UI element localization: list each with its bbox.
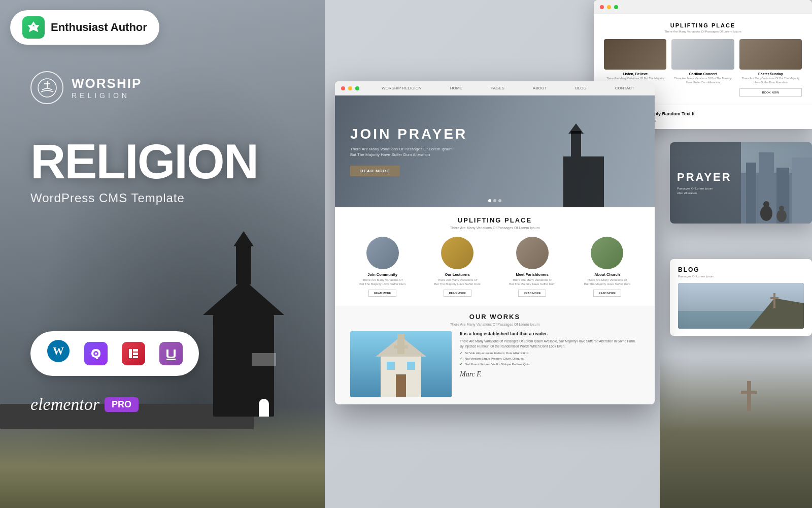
svg-point-28 (760, 206, 772, 221)
browser-maximize-dot (355, 86, 359, 90)
logo-text: WORSHIP RELIGION (72, 76, 142, 100)
svg-rect-27 (792, 157, 812, 224)
browser-toolbar: WORSHIP RELIGION HOME PAGES ABOUT BLOG C… (335, 81, 655, 96)
tr-card-text-3: There Are Many Variations Of But The Maj… (739, 77, 802, 84)
community-text-3: There Are Many Variations OfBut The Majo… (499, 278, 566, 287)
community-btn-3[interactable]: READ MORE (518, 290, 546, 297)
community-section-desc: There Are Many Variations Of Passages Of… (349, 226, 640, 230)
tr-max-dot (614, 5, 618, 9)
nav-blog[interactable]: BLOG (576, 86, 587, 90)
tr-card-name-2: Carillon Concert (671, 72, 734, 76)
nav-about[interactable]: ABOUT (533, 86, 547, 90)
nav-pages[interactable]: PAGES (491, 86, 504, 90)
church-steeple (236, 244, 251, 284)
nav-contact[interactable]: CONTACT (615, 86, 634, 90)
svg-rect-10 (133, 349, 138, 352)
community-name-3: Meet Parishioners (499, 272, 566, 277)
blog-section: BLOG Passages Of Lorem Ipsum. (670, 259, 812, 336)
svg-rect-14 (166, 359, 176, 360)
hero-title: JOIN PRAYER (350, 126, 467, 142)
right-panel: WORSHIP RELIGION HOME PAGES ABOUT BLOG C… (325, 0, 812, 508)
church-roof (203, 279, 284, 315)
hero-dot-3[interactable] (498, 199, 501, 202)
left-panel: Enthusiast Author WORSHIP RELIGION RELIG… (0, 0, 325, 508)
community-btn-4[interactable]: READ MORE (593, 290, 621, 297)
community-circle-2 (441, 237, 473, 269)
svg-point-29 (763, 201, 769, 207)
prayer-city-silhouette (741, 142, 812, 224)
pro-label: PRO (105, 397, 139, 412)
community-name-4: About Church (574, 272, 641, 277)
works-check-1: ✓ Sit Volu Atque Lucius Rutrum; Duis Ali… (460, 351, 639, 355)
svg-rect-21 (387, 362, 395, 370)
works-row: It is a long established fact that a rea… (350, 331, 639, 397)
worship-logo: WORSHIP RELIGION (30, 71, 142, 104)
checkmark-2: ✓ (460, 357, 463, 361)
community-btn-2[interactable]: READ MORE (444, 290, 471, 297)
svg-point-31 (779, 206, 784, 211)
community-items-row: Join Community There Are Many Variations… (349, 237, 640, 297)
svg-rect-22 (407, 362, 415, 370)
works-signature: Marc F. (460, 370, 639, 378)
community-btn-1[interactable]: READ MORE (368, 290, 396, 297)
hero-read-more-button[interactable]: READ MORE (350, 166, 400, 176)
main-title: RELIGION (30, 137, 258, 186)
book-now-button[interactable]: BOOK NOW (739, 88, 802, 97)
tr-uplifting-title: UPLIFTING PLACE (604, 22, 802, 28)
church-window (252, 353, 276, 366)
hero-section: JOIN PRAYER There Are Many Variations Of… (335, 96, 655, 207)
hero-text-block: JOIN PRAYER There Are Many Variations Of… (350, 126, 467, 176)
tech-icons-pill: W (30, 331, 199, 376)
church-silhouette (193, 264, 294, 417)
community-text-1: There Are Many Variations OfBut The Majo… (349, 278, 416, 287)
cliff-background (660, 356, 812, 508)
prayer-content: PRAYER Passages Of Lorem IpsumAlter Alte… (677, 171, 732, 196)
hero-church-steeple (571, 131, 581, 156)
works-content: It is a long established fact that a rea… (460, 331, 639, 397)
works-content-title: It is a long established fact that a rea… (460, 331, 639, 336)
community-section-title: UPLIFTING PLACE (349, 216, 640, 224)
blog-image (678, 283, 804, 329)
prayer-title: PRAYER (677, 171, 732, 184)
hero-dot-1[interactable] (488, 199, 491, 202)
works-title: OUR WORKS (350, 313, 639, 321)
tr-card-name-3: Easter Sunday (739, 72, 802, 76)
cross-vertical (747, 381, 751, 411)
community-circle-3 (516, 237, 549, 269)
community-text-4: There Are Many Variations OfBut The Majo… (574, 278, 641, 287)
works-check-2: ✓ Nat Veniam Sitque Pretium; Cllum, Disq… (460, 357, 639, 361)
tr-min-dot (607, 5, 611, 9)
svg-rect-35 (773, 293, 775, 308)
works-section: OUR WORKS There Are Many Variations Of P… (335, 306, 655, 404)
svg-rect-24 (746, 163, 756, 224)
svg-rect-12 (133, 356, 138, 358)
main-title-block: RELIGION WordPress CMS Template (30, 137, 258, 205)
nav-home[interactable]: HOME (450, 86, 462, 90)
tr-close-dot (600, 5, 604, 9)
svg-rect-19 (397, 334, 404, 354)
svg-point-7 (95, 353, 97, 355)
tr-card-2: Carillon Concert There Are Many Variatio… (671, 39, 734, 97)
top-right-browser-bar (594, 0, 812, 14)
tr-card-img-1 (604, 39, 666, 70)
community-section: UPLIFTING PLACE There Are Many Variation… (335, 207, 655, 306)
svg-rect-20 (394, 345, 408, 348)
blog-desc: Passages Of Lorem Ipsum. (678, 275, 804, 278)
svg-rect-9 (129, 349, 132, 358)
bottom-right-browser: BLOG Passages Of Lorem Ipsum. (670, 259, 812, 336)
tr-uplifting-desc: There Are Many Variations Of Passages Of… (604, 30, 802, 33)
community-item-4: About Church There Are Many Variations O… (574, 237, 641, 297)
quform-icon (84, 342, 108, 365)
browser-close-dot (341, 86, 345, 90)
logo-worship-text: WORSHIP (72, 76, 142, 91)
community-item-3: Meet Parishioners There Are Many Variati… (499, 237, 566, 297)
checkmark-3: ✓ (460, 362, 463, 366)
community-name-1: Join Community (349, 272, 416, 277)
works-image (350, 331, 452, 397)
works-desc: There Are Many Variations Of Passages Of… (350, 323, 639, 326)
hero-dot-2[interactable] (493, 199, 496, 202)
badge-icon (22, 16, 45, 39)
hero-description: There Are Many Variations Of Passages Of… (350, 146, 467, 157)
checkmark-1: ✓ (460, 351, 463, 355)
svg-text:W: W (53, 344, 64, 357)
